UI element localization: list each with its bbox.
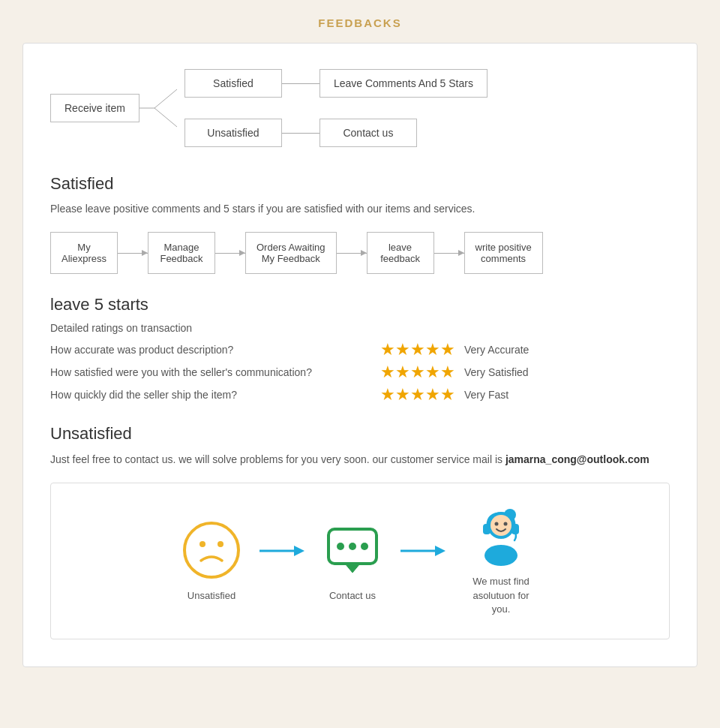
diagram-item-agent: We must find asolutuon for you. <box>464 506 538 616</box>
star-icon: ★ <box>410 364 425 381</box>
rating-question-0: How accurate was product description? <box>50 344 380 356</box>
star-icon: ★ <box>425 387 440 403</box>
stars-1: ★ ★ ★ ★ ★ <box>380 364 455 381</box>
branch-lines-icon <box>140 74 184 142</box>
stars-section: leave 5 starts Detailed ratings on trans… <box>50 295 670 403</box>
stars-2: ★ ★ ★ ★ ★ <box>380 387 455 403</box>
svg-point-18 <box>504 522 508 526</box>
svg-rect-19 <box>483 524 490 534</box>
satisfied-box: Satisfied <box>184 69 282 98</box>
flow-diagram: Receive item Satisfied Leave Comments An… <box>50 65 670 152</box>
arrow-right-icon <box>260 542 304 560</box>
rating-question-2: How quickly did the seller ship the item… <box>50 389 380 401</box>
stars-title: leave 5 starts <box>50 295 670 314</box>
svg-point-5 <box>218 541 224 547</box>
diagram-item-unsatisfied: Unsatisfied <box>182 520 242 603</box>
star-icon: ★ <box>395 364 410 381</box>
star-icon: ★ <box>440 341 455 358</box>
svg-point-17 <box>495 522 499 526</box>
ratings-detail-label: Detailed ratings on transaction <box>50 322 670 334</box>
star-icon: ★ <box>425 341 440 358</box>
step-arrow-1 <box>215 253 245 254</box>
star-icon: ★ <box>395 341 410 358</box>
svg-point-16 <box>490 515 512 536</box>
svg-point-11 <box>361 543 368 550</box>
page-title: FEEDBACKS <box>318 17 401 29</box>
contact-us-flow-box: Contact us <box>320 119 417 147</box>
rating-row-0: How accurate was product description? ★ … <box>50 341 670 358</box>
diagram-label-1: Contact us <box>329 589 376 603</box>
chat-icon <box>322 520 382 580</box>
branch-boxes: Satisfied Leave Comments And 5 Stars Uns… <box>184 65 488 152</box>
arrow-0 <box>260 542 304 560</box>
unsatisfied-box: Unsatisfied <box>184 119 282 147</box>
step-box-1: Manage Feedback <box>148 232 215 274</box>
star-icon: ★ <box>425 364 440 381</box>
star-icon: ★ <box>395 387 410 403</box>
diagram-label-0: Unsatisfied <box>188 589 236 603</box>
step-arrow-3 <box>434 253 464 254</box>
step-arrow-0 <box>118 253 148 254</box>
receive-item-box: Receive item <box>50 94 140 122</box>
unsatisfied-section: Unsatisfied Just feel free to contact us… <box>50 424 670 639</box>
line-satisfied <box>282 83 320 84</box>
branch-row-satisfied: Satisfied Leave Comments And 5 Stars <box>184 69 488 98</box>
arrow-right-icon <box>400 542 446 560</box>
leave-comments-box: Leave Comments And 5 Stars <box>320 69 488 98</box>
star-icon: ★ <box>380 364 395 381</box>
rating-question-1: How satisfied were you with the seller's… <box>50 366 380 378</box>
page-header: FEEDBACKS <box>0 0 720 43</box>
svg-marker-13 <box>435 546 446 556</box>
svg-point-9 <box>337 543 344 550</box>
step-arrow-2 <box>337 253 367 254</box>
rating-row-2: How quickly did the seller ship the item… <box>50 387 670 403</box>
star-icon: ★ <box>440 387 455 403</box>
step-box-0: My Aliexpress <box>50 232 118 274</box>
step-box-4: write positive comments <box>464 232 543 274</box>
svg-point-21 <box>484 545 518 566</box>
stars-0: ★ ★ ★ ★ ★ <box>380 341 455 358</box>
star-icon: ★ <box>440 364 455 381</box>
diagram-label-2: We must find asolutuon for you. <box>464 575 538 616</box>
star-icon: ★ <box>410 387 425 403</box>
arrow-1 <box>400 542 446 560</box>
main-card: Receive item Satisfied Leave Comments An… <box>22 43 698 667</box>
svg-point-10 <box>349 543 356 550</box>
rating-row-1: How satisfied were you with the seller's… <box>50 364 670 381</box>
step-box-2: Orders Awaiting My Feedback <box>245 232 337 274</box>
star-icon: ★ <box>380 387 395 403</box>
star-icon: ★ <box>380 341 395 358</box>
unsatisfied-title: Unsatisfied <box>50 424 670 444</box>
svg-line-1 <box>154 89 177 108</box>
rating-label-0: Very Accurate <box>464 344 529 356</box>
email-address: jamarna_cong@outlook.com <box>506 453 650 465</box>
svg-marker-7 <box>294 546 304 556</box>
svg-point-3 <box>184 523 238 577</box>
agent-icon <box>471 506 531 566</box>
step-box-3: leave feedback <box>367 232 434 274</box>
diagram-item-contact: Contact us <box>322 520 382 603</box>
satisfied-description: Please leave positive comments and 5 sta… <box>50 201 670 217</box>
unsatisfied-description: Just feel free to contact us. we will so… <box>50 451 670 468</box>
rating-label-2: Very Fast <box>464 389 508 401</box>
branch-row-unsatisfied: Unsatisfied Contact us <box>184 119 488 147</box>
satisfied-title: Satisfied <box>50 174 670 194</box>
star-icon: ★ <box>410 341 425 358</box>
rating-label-1: Very Satisfied <box>464 366 529 378</box>
svg-line-2 <box>154 108 177 127</box>
svg-point-4 <box>200 541 206 547</box>
steps-flow: My Aliexpress Manage Feedback Orders Awa… <box>50 232 670 274</box>
bottom-diagram: Unsatisfied Contact us <box>50 483 670 639</box>
sad-face-icon <box>182 520 242 580</box>
line-unsatisfied <box>282 133 320 134</box>
